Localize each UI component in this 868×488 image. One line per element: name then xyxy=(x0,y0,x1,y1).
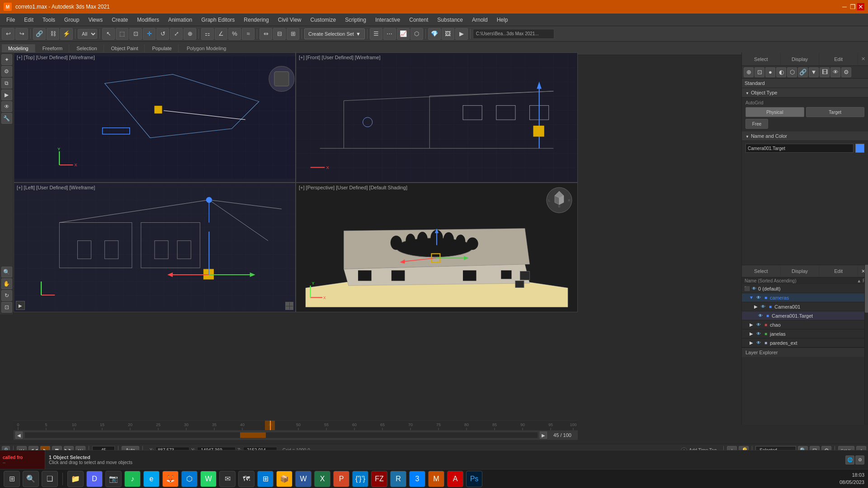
minimize-button[interactable]: ─ xyxy=(841,3,848,10)
menu-help[interactable]: Help xyxy=(492,15,513,25)
taskbar-app-word[interactable]: W xyxy=(295,471,311,487)
select-region-button[interactable]: ⬚ xyxy=(116,28,128,40)
frame-prev-btn[interactable]: ◀ xyxy=(15,432,23,439)
filter-dropdown[interactable]: All xyxy=(78,29,97,39)
ribbon-toggle[interactable]: ⋯ xyxy=(383,28,396,40)
create-selection-set-button[interactable]: Create Selection Set ▼ xyxy=(304,28,365,39)
close-button[interactable]: ✕ xyxy=(857,3,864,10)
align-button[interactable]: ⊟ xyxy=(273,28,286,40)
menu-file[interactable]: File xyxy=(2,15,19,25)
tab-selection[interactable]: Selection xyxy=(70,44,104,52)
taskbar-app-filezip[interactable]: 📦 xyxy=(276,471,292,487)
select-window-button[interactable]: ⊡ xyxy=(129,28,142,40)
rp-icon-5[interactable]: ⬡ xyxy=(787,67,797,77)
tab-object-paint[interactable]: Object Paint xyxy=(105,44,145,52)
layer-manager[interactable]: ☰ xyxy=(370,28,382,40)
rp-icon-7[interactable]: ▼ xyxy=(809,67,819,77)
mirror-button[interactable]: ⇔ xyxy=(259,28,272,40)
menu-create[interactable]: Create xyxy=(107,15,132,25)
taskbar-app-filezilla[interactable]: FZ xyxy=(371,471,387,487)
taskbar-app-photoshop[interactable]: Ps xyxy=(466,471,482,487)
taskbar-app-autocad[interactable]: A xyxy=(447,471,463,487)
orbit-btn[interactable]: ↻ xyxy=(1,290,12,301)
select-button[interactable]: ↖ xyxy=(102,28,115,40)
taskbar-app-browser2[interactable]: 🦊 xyxy=(162,471,179,487)
viewport-top[interactable]: [+] [Top] [User Defined] [Wireframe] X Y xyxy=(14,52,296,183)
object-name-input[interactable] xyxy=(745,144,854,153)
rp-tab-display[interactable]: Display xyxy=(781,52,820,66)
menu-civil-view[interactable]: Civil View xyxy=(274,15,306,25)
create-panel-btn[interactable]: ✦ xyxy=(1,54,12,65)
viewport-left[interactable]: [+] [Left] [User Defined] [Wireframe] xyxy=(14,183,296,313)
menu-graph-editors[interactable]: Graph Editors xyxy=(197,15,239,25)
taskbar-app-edge[interactable]: ⬡ xyxy=(181,471,198,487)
play-viewport-btn[interactable]: ▶ xyxy=(16,301,25,310)
scene-row-paredes[interactable]: ▶ 👁 ■ paredes_ext xyxy=(742,338,868,347)
status-icon-2[interactable]: ⚙ xyxy=(855,455,864,465)
frame-next-btn[interactable]: ▶ xyxy=(540,432,547,439)
rp-icon-6[interactable]: 🔗 xyxy=(798,67,808,77)
link-button[interactable]: 🔗 xyxy=(33,28,46,40)
taskbar-app-email[interactable]: ✉ xyxy=(219,471,236,487)
taskbar-app-browser1[interactable]: e xyxy=(143,471,160,487)
modify-panel-btn[interactable]: ⚙ xyxy=(1,66,12,77)
st-tab-display[interactable]: Display xyxy=(781,265,820,277)
physical-btn[interactable]: Physical xyxy=(745,107,804,117)
unlink-button[interactable]: ⛓ xyxy=(47,28,59,40)
curve-editor[interactable]: 📈 xyxy=(397,28,410,40)
taskbar-app-whatsapp[interactable]: W xyxy=(200,471,217,487)
zoom-btn[interactable]: 🔍 xyxy=(1,267,12,277)
scene-row-default[interactable]: ⬛ 👁 0 (default) xyxy=(742,284,868,293)
rp-icon-1[interactable]: ⊕ xyxy=(744,67,754,77)
tab-modeling[interactable]: Modeling xyxy=(2,44,35,52)
move-button[interactable]: ✛ xyxy=(143,28,156,40)
menu-scripting[interactable]: Scripting xyxy=(340,15,371,25)
color-swatch[interactable] xyxy=(855,144,864,153)
start-button[interactable]: ⊞ xyxy=(4,471,20,487)
free-btn[interactable]: Free xyxy=(745,119,768,129)
undo-button[interactable]: ↩ xyxy=(2,28,14,40)
scale-button[interactable]: ⤢ xyxy=(170,28,183,40)
scene-row-cameras[interactable]: ▼ 👁 ■ cameras xyxy=(742,293,868,302)
taskbar-app-3dsmax-2[interactable]: M xyxy=(428,471,444,487)
scene-row-camera001[interactable]: ▶ 👁 ■ Camera001 xyxy=(742,302,868,311)
material-editor[interactable]: 💎 xyxy=(428,28,441,40)
rp-icon-10[interactable]: ⚙ xyxy=(841,67,851,77)
scene-row-chao[interactable]: ▶ 👁 ■ chao xyxy=(742,320,868,329)
menu-modifiers[interactable]: Modifiers xyxy=(132,15,164,25)
st-tab-edit[interactable]: Edit xyxy=(819,265,858,277)
zoom-extents-btn[interactable]: ⊡ xyxy=(1,302,12,313)
menu-tools[interactable]: Tools xyxy=(38,15,60,25)
tab-populate[interactable]: Populate xyxy=(146,44,178,52)
status-icon-1[interactable]: 🌐 xyxy=(845,455,854,465)
rp-icon-4[interactable]: ◐ xyxy=(776,67,786,77)
scene-row-janelas[interactable]: ▶ 👁 ■ janelas xyxy=(742,329,868,338)
taskbar-app-revit[interactable]: R xyxy=(390,471,406,487)
align-view[interactable]: ⊞ xyxy=(287,28,299,40)
menu-substance[interactable]: Substance xyxy=(433,15,467,25)
viewport-front[interactable]: [+] [Front] [User Defined] [Wireframe] xyxy=(296,52,578,183)
rp-icon-8[interactable]: 🎞 xyxy=(820,67,830,77)
menu-group[interactable]: Group xyxy=(60,15,84,25)
angle-snap[interactable]: ∠ xyxy=(215,28,227,40)
utility-panel-btn[interactable]: 🔧 xyxy=(1,113,12,124)
taskbar-app-music[interactable]: ♪ xyxy=(124,471,141,487)
taskbar-app-store[interactable]: ⊞ xyxy=(257,471,274,487)
snap-toggle[interactable]: ⚏ xyxy=(201,28,214,40)
taskbar-app-vscode[interactable]: {'}'} xyxy=(352,471,368,487)
search-button[interactable]: 🔍 xyxy=(23,471,39,487)
menu-rendering[interactable]: Rendering xyxy=(239,15,273,25)
menu-interactive[interactable]: Interactive xyxy=(371,15,405,25)
target-btn[interactable]: Target xyxy=(806,107,865,117)
menu-arnold[interactable]: Arnold xyxy=(467,15,492,25)
frame-scrollbar[interactable] xyxy=(24,432,538,438)
restore-button[interactable]: ❐ xyxy=(849,3,856,10)
rp-close-btn[interactable]: ✕ xyxy=(858,52,868,65)
menu-customize[interactable]: Customize xyxy=(306,15,341,25)
scene-tree-scrollbar[interactable] xyxy=(864,265,868,425)
rp-icon-2[interactable]: ⊡ xyxy=(755,67,764,77)
st-tab-select[interactable]: Select xyxy=(742,265,781,277)
motion-panel-btn[interactable]: ▶ xyxy=(1,89,12,100)
tab-freeform[interactable]: Freeform xyxy=(36,44,70,52)
taskview-button[interactable]: ❑ xyxy=(42,471,58,487)
